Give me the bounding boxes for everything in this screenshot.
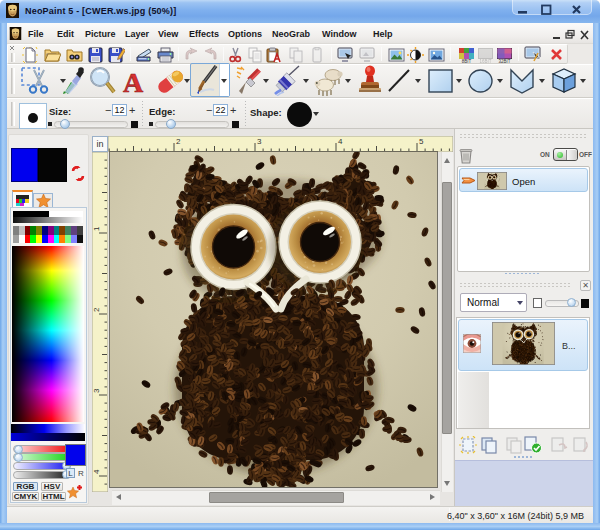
svg-text:16BIT: 16BIT	[479, 59, 491, 64]
svg-text:4: 4	[338, 137, 343, 146]
svg-text:8BIT: 8BIT	[462, 59, 472, 64]
svg-text:A: A	[123, 68, 144, 95]
svg-text:1: 1	[92, 226, 101, 231]
svg-text:2: 2	[176, 137, 181, 146]
svg-text:32BIT: 32BIT	[498, 59, 510, 64]
svg-text:3: 3	[92, 388, 101, 393]
svg-text:5: 5	[419, 137, 424, 146]
svg-text:4: 4	[92, 469, 101, 474]
svg-text:2: 2	[92, 307, 101, 312]
svg-text:3: 3	[257, 137, 262, 146]
